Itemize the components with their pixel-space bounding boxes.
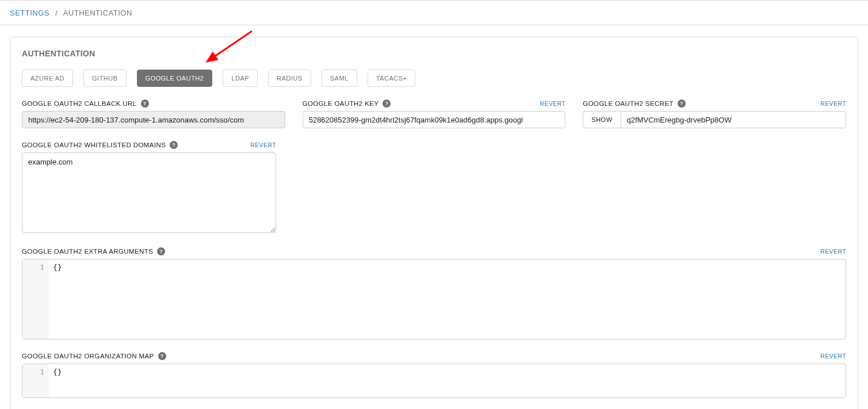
code-body[interactable]: {}: [48, 364, 846, 397]
breadcrumb-separator: /: [52, 9, 61, 17]
tab-azure-ad[interactable]: AZURE AD: [22, 70, 73, 87]
org-map-revert[interactable]: REVERT: [820, 353, 846, 360]
oauth-secret-revert[interactable]: REVERT: [820, 100, 846, 107]
tab-github[interactable]: GITHUB: [83, 70, 127, 87]
help-icon[interactable]: ?: [170, 141, 178, 149]
breadcrumb: SETTINGS / AUTHENTICATION: [0, 0, 868, 25]
panel-title: AUTHENTICATION: [22, 49, 846, 58]
auth-tabs: AZURE AD GITHUB GOOGLE OAUTH2 LDAP RADIU…: [22, 70, 846, 87]
oauth-key-revert[interactable]: REVERT: [540, 100, 566, 107]
extra-args-label: GOOGLE OAUTH2 EXTRA ARGUMENTS ?: [22, 247, 165, 255]
oauth-secret-input[interactable]: [621, 111, 846, 128]
field-extra-arguments: GOOGLE OAUTH2 EXTRA ARGUMENTS ? REVERT 1…: [22, 247, 846, 339]
field-oauth-key: GOOGLE OAUTH2 KEY ? REVERT: [303, 100, 566, 128]
whitelisted-textarea[interactable]: [22, 152, 276, 233]
extra-args-revert[interactable]: REVERT: [820, 248, 846, 255]
code-body[interactable]: {}: [48, 259, 846, 339]
extra-args-code-editor[interactable]: 1 {}: [22, 259, 846, 339]
oauth-key-label: GOOGLE OAUTH2 KEY ?: [303, 100, 391, 108]
authentication-panel: AUTHENTICATION AZURE AD GITHUB GOOGLE OA…: [10, 37, 858, 409]
show-secret-button[interactable]: SHOW: [583, 111, 620, 128]
extra-args-label-text: GOOGLE OAUTH2 EXTRA ARGUMENTS: [22, 248, 153, 255]
breadcrumb-current: AUTHENTICATION: [63, 9, 132, 17]
tab-saml[interactable]: SAML: [322, 70, 357, 87]
tab-radius[interactable]: RADIUS: [268, 70, 311, 87]
field-oauth-secret: GOOGLE OAUTH2 SECRET ? REVERT SHOW: [583, 100, 846, 128]
field-whitelisted-domains: GOOGLE OAUTH2 WHITELISTED DOMAINS ? REVE…: [22, 141, 846, 235]
help-icon[interactable]: ?: [678, 100, 686, 108]
code-gutter: 1: [22, 259, 48, 339]
code-gutter: 1: [22, 364, 48, 397]
oauth-key-label-text: GOOGLE OAUTH2 KEY: [303, 100, 379, 107]
tab-ldap[interactable]: LDAP: [223, 70, 258, 87]
org-map-code-editor[interactable]: 1 {}: [22, 364, 846, 398]
help-icon[interactable]: ?: [157, 247, 165, 255]
oauth-key-input[interactable]: [303, 111, 566, 128]
callback-url-input: [22, 111, 285, 128]
oauth-secret-label: GOOGLE OAUTH2 SECRET ?: [583, 100, 686, 108]
tab-tacacs[interactable]: TACACS+: [368, 70, 416, 87]
breadcrumb-settings-link[interactable]: SETTINGS: [10, 9, 49, 17]
oauth-secret-label-text: GOOGLE OAUTH2 SECRET: [583, 100, 674, 107]
tab-google-oauth2[interactable]: GOOGLE OAUTH2: [137, 70, 213, 87]
help-icon[interactable]: ?: [158, 352, 166, 360]
callback-url-label-text: GOOGLE OAUTH2 CALLBACK URL: [22, 100, 137, 107]
org-map-label: GOOGLE OAUTH2 ORGANIZATION MAP ?: [22, 352, 166, 360]
help-icon[interactable]: ?: [141, 100, 149, 108]
callback-url-label: GOOGLE OAUTH2 CALLBACK URL ?: [22, 100, 149, 108]
whitelisted-label-text: GOOGLE OAUTH2 WHITELISTED DOMAINS: [22, 142, 166, 148]
field-organization-map: GOOGLE OAUTH2 ORGANIZATION MAP ? REVERT …: [22, 352, 846, 398]
whitelisted-label: GOOGLE OAUTH2 WHITELISTED DOMAINS ?: [22, 141, 178, 149]
help-icon[interactable]: ?: [383, 100, 391, 108]
whitelisted-revert[interactable]: REVERT: [250, 142, 276, 148]
field-callback-url: GOOGLE OAUTH2 CALLBACK URL ?: [22, 100, 285, 128]
org-map-label-text: GOOGLE OAUTH2 ORGANIZATION MAP: [22, 353, 154, 360]
